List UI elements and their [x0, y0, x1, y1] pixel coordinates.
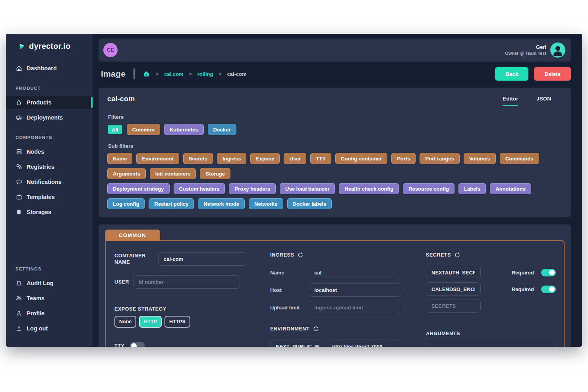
sub-filter-row-docker: Log config Restart policy Network mode N… [107, 198, 561, 209]
tab-editor[interactable]: Editor [503, 96, 518, 106]
products-icon [15, 99, 22, 106]
sub-filter-chip[interactable]: Custom headers [174, 183, 225, 194]
logo-text: dyrector.io [29, 42, 70, 51]
sidebar-item-registries[interactable]: Registries [6, 160, 93, 173]
sidebar-item-teams[interactable]: Teams [6, 292, 93, 305]
sub-filter-row-kubernetes: Deployment strategy Custom headers Proxy… [107, 183, 561, 194]
notifications-icon [15, 179, 22, 185]
sidebar-item-templates[interactable]: Templates [6, 191, 93, 203]
sidebar-item-audit-log[interactable]: Audit Log [6, 277, 93, 290]
sub-filter-chip[interactable]: Commands [500, 153, 539, 164]
ingress-name-input[interactable] [309, 266, 401, 279]
secret-key-input[interactable] [426, 266, 481, 279]
expose-option-https[interactable]: HTTPS [164, 316, 190, 328]
refresh-icon[interactable] [298, 252, 303, 258]
secret-key-input[interactable] [426, 282, 481, 296]
sidebar-item-storages[interactable]: Storages [6, 206, 93, 218]
tab-common[interactable]: COMMON [105, 230, 160, 241]
refresh-icon[interactable] [313, 326, 319, 332]
sub-filter-chip[interactable]: Init containers [150, 168, 196, 179]
breadcrumb-link-version[interactable]: rolling [197, 71, 213, 77]
sidebar-item-logout[interactable]: Log out [6, 322, 93, 335]
sub-filter-chip[interactable]: Restart policy [149, 198, 194, 209]
user-input[interactable] [133, 275, 240, 289]
sub-filter-chip[interactable]: Environment [136, 153, 179, 164]
breadcrumb-divider [133, 68, 135, 79]
env-key-input[interactable] [270, 340, 324, 347]
sidebar-item-label: Products [27, 99, 52, 106]
sidebar-item-deployments[interactable]: Deployments [6, 111, 93, 124]
sub-filter-chip[interactable]: Annotations [490, 183, 531, 194]
sub-filter-chip[interactable]: Networks [249, 198, 283, 209]
sub-filter-chip[interactable]: Labels [458, 183, 486, 194]
sub-filter-chip[interactable]: User [284, 153, 306, 164]
sub-filter-chip[interactable]: Health check config [339, 183, 399, 194]
tty-toggle[interactable] [130, 342, 145, 347]
env-value-input[interactable] [327, 340, 401, 347]
secret-key-input-new[interactable] [426, 299, 481, 313]
sidebar-item-label: Templates [27, 194, 55, 200]
sub-filter-chip[interactable]: Docker labels [287, 198, 332, 209]
sub-filter-chip[interactable]: Ports [391, 153, 416, 164]
expose-option-http[interactable]: HTTP [139, 316, 162, 328]
user-avatar[interactable] [550, 42, 565, 58]
app-window: dyrector.io Dashboard PRODUCT Products D… [6, 34, 582, 347]
filter-chip-all[interactable]: All [107, 124, 123, 135]
sidebar-item-label: Log out [27, 325, 48, 332]
sub-filter-chip[interactable]: TTY [310, 153, 331, 164]
form-column-middle: INGRESS Name Host Upload limit [270, 252, 425, 347]
back-button[interactable]: Back [495, 67, 528, 81]
sub-filter-chip[interactable]: Volumes [464, 153, 496, 164]
arguments-input[interactable] [426, 343, 556, 347]
filter-chip-common[interactable]: Common [127, 124, 160, 135]
sidebar-item-notifications[interactable]: Notifications [6, 176, 93, 188]
sub-filter-chip[interactable]: Secrets [183, 153, 213, 164]
logo[interactable]: dyrector.io [6, 42, 93, 51]
sub-filter-chip[interactable]: Resource config [403, 183, 455, 194]
container-name-input[interactable] [158, 252, 246, 266]
teams-icon [15, 295, 22, 301]
common-form-panel: CONTAINER NAME USER EXPOSE STRATEGY None… [105, 240, 565, 347]
expose-option-none[interactable]: None [114, 316, 136, 328]
secret-required-toggle[interactable] [541, 269, 556, 276]
expose-strategy-label: EXPOSE STRATEGY [114, 306, 270, 312]
sidebar-item-profile[interactable]: Profile [6, 307, 93, 320]
sub-filter-chip[interactable]: Deployment strategy [107, 183, 170, 194]
templates-icon [15, 194, 22, 200]
ingress-upload-limit-input[interactable] [309, 301, 401, 314]
sub-filter-chip[interactable]: Name [107, 153, 132, 164]
sub-filter-chip[interactable]: Log config [107, 198, 145, 209]
sidebar-item-label: Teams [27, 295, 44, 301]
required-label: Required [512, 270, 534, 276]
sub-filter-chip[interactable]: Storage [200, 168, 230, 179]
tty-label: TTY [114, 343, 124, 347]
sidebar-item-label: Notifications [27, 179, 62, 185]
sidebar-item-dashboard[interactable]: Dashboard [6, 62, 93, 75]
secret-required-toggle[interactable] [541, 286, 556, 293]
sidebar-item-products[interactable]: Products [6, 96, 93, 109]
filter-chip-docker[interactable]: Docker [208, 124, 236, 135]
common-section-card: COMMON CONTAINER NAME USER EXPOSE STRATE… [99, 224, 571, 347]
sub-filter-chip[interactable]: Expose [250, 153, 280, 164]
tab-json[interactable]: JSON [536, 96, 551, 106]
sub-filter-chip[interactable]: Config container [335, 153, 387, 164]
delete-button[interactable]: Delete [534, 67, 571, 81]
sub-filter-chip[interactable]: Proxy headers [229, 183, 276, 194]
team-avatar[interactable]: GE [103, 43, 118, 57]
image-editor-card: cal-com Editor JSON Filters All Common K… [99, 88, 571, 217]
sidebar-item-nodes[interactable]: Nodes [6, 145, 93, 158]
refresh-icon[interactable] [455, 252, 460, 258]
sub-filter-chip[interactable]: Arguments [107, 168, 146, 179]
filter-chip-kubernetes[interactable]: Kubernetes [164, 124, 204, 135]
sidebar-item-label: Audit Log [27, 280, 54, 286]
sub-filter-chip[interactable]: Ingress [217, 153, 246, 164]
sidebar-item-label: Deployments [27, 114, 63, 121]
sub-filter-chip[interactable]: Network mode [198, 198, 245, 209]
ingress-upload-limit-label: Upload limit [270, 305, 309, 311]
ingress-host-input[interactable] [309, 283, 401, 297]
breadcrumb-link-product[interactable]: cal.com [164, 71, 183, 77]
sub-filter-row-common: Name Environment Secrets Ingress Expose … [107, 153, 561, 179]
sub-filter-chip[interactable]: Port ranges [420, 153, 459, 164]
sub-filter-chip[interactable]: Use load balancer [280, 183, 335, 194]
breadcrumb-home-icon[interactable] [143, 70, 150, 77]
